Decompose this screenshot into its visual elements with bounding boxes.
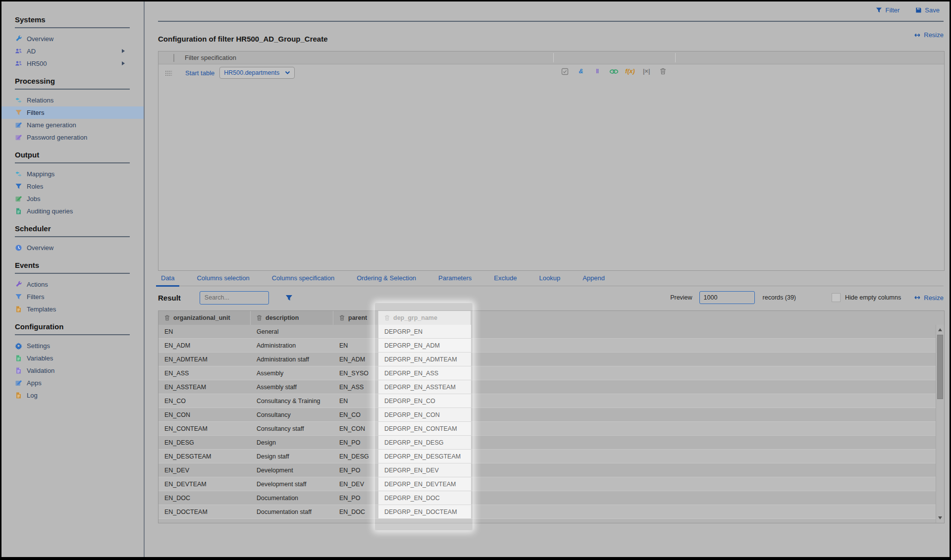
result-label: Result bbox=[158, 294, 181, 302]
tab-ordering-selection[interactable]: Ordering & Selection bbox=[354, 270, 419, 286]
table-row[interactable]: EN_ADMAdministrationENDEPGRP_EN_ADM bbox=[158, 339, 944, 353]
trash-icon[interactable] bbox=[257, 315, 262, 321]
cell-parent: EN bbox=[333, 394, 378, 407]
sidebar-item-overview[interactable]: Overview bbox=[1, 33, 144, 45]
sidebar-item-relations[interactable]: Relations bbox=[1, 94, 144, 106]
table-row[interactable]: EN_ASSTEAMAssembly staffEN_ASSDEPGRP_EN_… bbox=[158, 380, 944, 394]
drag-handle-icon[interactable] bbox=[165, 70, 172, 76]
table-row[interactable]: EN_DESGDesignEN_PODEPGRP_EN_DESG bbox=[158, 436, 944, 450]
sidebar-item-validation[interactable]: Validation bbox=[1, 364, 144, 377]
filter-button[interactable]: Filter bbox=[876, 6, 899, 14]
sidebar-item-filters[interactable]: Filters bbox=[1, 291, 144, 303]
table-row[interactable]: EN_DOCTEAMDocumentation staffEN_DOCDEPGR… bbox=[158, 505, 944, 519]
hide-empty-columns-checkbox[interactable] bbox=[832, 293, 841, 302]
table-row[interactable]: EN_DEVDevelopmentEN_PODEPGRP_EN_DEV bbox=[158, 463, 944, 477]
sidebar-item-hr500[interactable]: HR500 bbox=[1, 57, 144, 70]
sidebar-item-templates[interactable]: Templates bbox=[1, 303, 144, 315]
column-header-description[interactable]: description bbox=[251, 311, 333, 325]
resize-bottom-button[interactable]: Resize bbox=[914, 294, 944, 302]
cell-parent: EN_PO bbox=[333, 491, 378, 505]
column-header-label: parent bbox=[348, 314, 367, 321]
preview-count-input[interactable] bbox=[699, 291, 755, 304]
tab-parameters[interactable]: Parameters bbox=[435, 270, 475, 286]
sidebar-item-filters[interactable]: Filters bbox=[1, 106, 144, 119]
column-header-parent[interactable]: parent bbox=[333, 311, 378, 325]
tab-columns-selection[interactable]: Columns selection bbox=[194, 270, 252, 286]
sidebar-item-jobs[interactable]: Jobs bbox=[1, 193, 144, 205]
delete-icon[interactable] bbox=[658, 67, 668, 76]
sidebar-item-label: Relations bbox=[27, 97, 53, 104]
header-empty-area bbox=[471, 311, 944, 325]
sidebar-item-variables[interactable]: Variables bbox=[1, 352, 144, 364]
sidebar-item-auditing-queries[interactable]: Auditing queries bbox=[1, 205, 144, 217]
sidebar-item-label: Settings bbox=[27, 342, 50, 350]
scroll-up-button[interactable] bbox=[936, 326, 944, 334]
wrench-icon bbox=[15, 35, 22, 43]
start-table-value: HR500.departments bbox=[224, 69, 279, 76]
sidebar-item-overview[interactable]: Overview bbox=[1, 242, 144, 254]
table-row[interactable]: EN_DOCDocumentationEN_PODEPGRP_EN_DOC bbox=[158, 491, 944, 505]
sidebar-item-label: AD bbox=[27, 48, 36, 55]
table-row[interactable]: EN_ASSAssemblyEN_SYSODEPGRP_EN_ASS bbox=[158, 366, 944, 380]
records-count: records (39) bbox=[763, 294, 796, 301]
resize-top-button[interactable]: Resize bbox=[914, 31, 944, 39]
cell-parent: EN_DESG bbox=[333, 450, 378, 463]
gear-icon bbox=[15, 342, 22, 350]
and-operator-icon[interactable]: & bbox=[576, 67, 586, 76]
sidebar-item-ad[interactable]: AD bbox=[1, 45, 144, 57]
cell-parent: EN_ASS bbox=[333, 380, 378, 394]
tab-columns-specification[interactable]: Columns specification bbox=[269, 270, 337, 286]
arrow-up-icon bbox=[938, 328, 942, 331]
pencil-doc-icon bbox=[15, 379, 22, 387]
table-row[interactable]: ENGeneralDEPGRP_EN bbox=[158, 325, 944, 339]
start-table-row: Start table HR500.departments bbox=[158, 65, 944, 81]
cell-organizational_unit: EN_ASSTEAM bbox=[158, 380, 251, 394]
table-row[interactable]: EN_CONTEAMConsultancy staffEN_CONDEPGRP_… bbox=[158, 422, 944, 436]
save-button[interactable]: Save bbox=[915, 6, 940, 14]
column-header-organizational_unit[interactable]: organizational_unit bbox=[158, 311, 251, 325]
funnel-icon bbox=[15, 109, 22, 116]
parallel-operator-icon[interactable]: ‖ bbox=[592, 67, 602, 76]
tab-exclude[interactable]: Exclude bbox=[491, 270, 520, 286]
scrollbar-thumb[interactable] bbox=[937, 335, 943, 399]
trash-icon[interactable] bbox=[384, 315, 390, 321]
sidebar-item-roles[interactable]: Roles bbox=[1, 180, 144, 193]
search-input[interactable] bbox=[204, 294, 285, 302]
partial-row bbox=[158, 519, 944, 523]
function-icon[interactable]: f(x) bbox=[625, 67, 635, 76]
exclude-icon[interactable]: |×| bbox=[641, 67, 651, 76]
sidebar-item-apps[interactable]: Apps bbox=[1, 377, 144, 389]
trash-icon[interactable] bbox=[339, 315, 345, 321]
link-icon[interactable] bbox=[609, 67, 619, 76]
sidebar-item-password-generation[interactable]: Password generation bbox=[1, 131, 144, 144]
table-row[interactable]: EN_CONConsultancyEN_CODEPGRP_EN_CON bbox=[158, 408, 944, 422]
panel-grip[interactable] bbox=[173, 54, 174, 62]
cell-organizational_unit: EN_ADM bbox=[158, 339, 251, 352]
cell-description: Design staff bbox=[251, 450, 333, 463]
condition-checkbox-icon[interactable] bbox=[560, 67, 570, 76]
sidebar-item-settings[interactable]: Settings bbox=[1, 340, 144, 352]
doc-icon bbox=[15, 355, 22, 362]
cell-parent: EN_PO bbox=[333, 436, 378, 449]
cell-dep_grp_name: DEPGRP_EN_ADM bbox=[378, 339, 471, 352]
sidebar-item-name-generation[interactable]: Name generation bbox=[1, 119, 144, 131]
tab-lookup[interactable]: Lookup bbox=[536, 270, 564, 286]
trash-icon[interactable] bbox=[164, 315, 170, 321]
sidebar-item-label: Overview bbox=[27, 244, 53, 252]
sidebar-item-actions[interactable]: Actions bbox=[1, 278, 144, 291]
tab-append[interactable]: Append bbox=[580, 270, 608, 286]
chevron-right-icon bbox=[122, 49, 125, 53]
table-row[interactable]: EN_COConsultancy & TrainingENDEPGRP_EN_C… bbox=[158, 394, 944, 408]
column-header-dep_grp_name[interactable]: dep_grp_name bbox=[378, 311, 471, 325]
start-table-select[interactable]: HR500.departments bbox=[219, 67, 295, 79]
scroll-down-button[interactable] bbox=[936, 514, 944, 522]
table-row[interactable]: EN_DESGTEAMDesign staffEN_DESGDEPGRP_EN_… bbox=[158, 450, 944, 463]
table-row[interactable]: EN_ADMTEAMAdministration staffEN_ADMDEPG… bbox=[158, 353, 944, 366]
sidebar-item-log[interactable]: Log bbox=[1, 389, 144, 402]
search-funnel-icon[interactable] bbox=[285, 295, 293, 301]
vertical-scrollbar[interactable] bbox=[936, 325, 944, 523]
sidebar-item-mappings[interactable]: Mappings bbox=[1, 168, 144, 180]
sidebar: SystemsOverviewADHR500ProcessingRelation… bbox=[1, 1, 145, 557]
table-row[interactable]: EN_DEVTEAMDevelopment staffEN_DEVDEPGRP_… bbox=[158, 477, 944, 491]
tab-data[interactable]: Data bbox=[158, 270, 177, 286]
